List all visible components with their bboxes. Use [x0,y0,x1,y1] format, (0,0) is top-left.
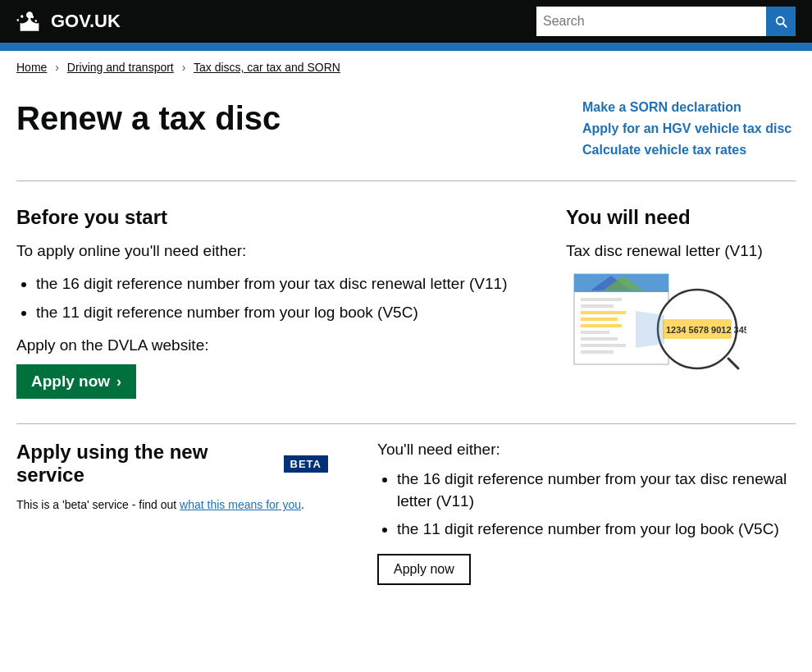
beta-left: Apply using the new service BETA This is… [16,441,328,585]
svg-marker-17 [636,311,664,348]
search-button[interactable] [766,7,796,36]
before-start-bullets: the 16 digit reference number from your … [16,273,533,323]
main-content: Renew a tax disc Make a SORN declaration… [0,84,812,601]
bullet-v11: the 16 digit reference number from your … [36,273,533,295]
beta-need-text: You'll need either: [377,441,796,459]
search-icon [773,14,788,29]
title-row: Renew a tax disc Make a SORN declaration… [16,100,796,164]
related-link-hgv[interactable]: Apply for an HGV vehicle tax disc [582,121,796,136]
v11-svg: 1234 5678 9012 3456 [566,270,746,377]
before-start-intro: To apply online you'll need either: [16,242,533,260]
beta-title-row: Apply using the new service BETA [16,441,328,487]
svg-rect-12 [581,350,614,354]
breadcrumb-driving[interactable]: Driving and transport [67,61,174,74]
site-header: GOV.UK [0,0,812,43]
arrow-right-icon: › [116,373,121,391]
svg-line-16 [728,359,738,368]
beta-badge: BETA [284,455,328,473]
beta-section: Apply using the new service BETA This is… [16,423,796,585]
page-title: Renew a tax disc [16,100,533,164]
beta-apply-now-button[interactable]: Apply now [377,554,471,585]
beta-row: Apply using the new service BETA This is… [16,441,796,585]
beta-desc-link[interactable]: what this means for you [180,498,301,511]
apply-now-button[interactable]: Apply now › [16,364,136,399]
apply-now-text: Apply now [31,373,110,391]
breadcrumb: Home › Driving and transport › Tax discs… [0,51,812,84]
svg-rect-9 [581,331,609,334]
svg-rect-7 [581,318,618,321]
title-divider [16,181,796,181]
beta-right: You'll need either: the 16 digit referen… [377,441,796,585]
related-link-rates[interactable]: Calculate vehicle tax rates [582,143,796,158]
before-start-left: Before you start To apply online you'll … [16,206,533,399]
related-links: Make a SORN declaration Apply for an HGV… [566,100,796,164]
you-will-need-section: You will need Tax disc renewal letter (V… [566,206,796,399]
v11-label: Tax disc renewal letter (V11) [566,242,796,260]
beta-desc-prefix: This is a 'beta' service - find out [16,498,180,511]
before-start-title: Before you start [16,206,533,229]
beta-bullet-v11: the 16 digit reference number from your … [397,469,796,512]
gov-logo-text: GOV.UK [51,11,121,32]
blue-bar [0,43,812,51]
beta-bullets: the 16 digit reference number from your … [377,469,796,541]
you-will-need-title: You will need [566,206,796,229]
gov-logo[interactable]: GOV.UK [16,10,121,33]
apply-label: Apply on the DVLA website: [16,336,533,354]
search-input[interactable] [536,7,766,36]
beta-title: Apply using the new service [16,441,274,487]
svg-rect-6 [581,311,626,314]
breadcrumb-home[interactable]: Home [16,61,47,74]
svg-rect-4 [581,298,622,301]
svg-rect-5 [581,304,614,308]
beta-desc-suffix: . [301,498,304,511]
beta-bullet-v5c: the 11 digit reference number from your … [397,519,796,541]
svg-rect-8 [581,324,622,327]
v11-illustration: 1234 5678 9012 3456 [566,270,746,377]
bullet-v5c: the 11 digit reference number from your … [36,302,533,324]
before-start-section: Before you start To apply online you'll … [16,198,796,399]
breadcrumb-sep-1: › [55,61,59,74]
breadcrumb-tax-discs[interactable]: Tax discs, car tax and SORN [194,61,340,74]
svg-rect-10 [581,337,618,341]
beta-description: This is a 'beta' service - find out what… [16,496,328,514]
breadcrumb-sep-2: › [182,61,186,74]
search-form [536,7,796,36]
svg-rect-11 [581,344,626,347]
related-link-sorn[interactable]: Make a SORN declaration [582,100,796,115]
crown-icon [16,10,43,33]
svg-text:1234 5678 9012 3456: 1234 5678 9012 3456 [666,325,746,335]
